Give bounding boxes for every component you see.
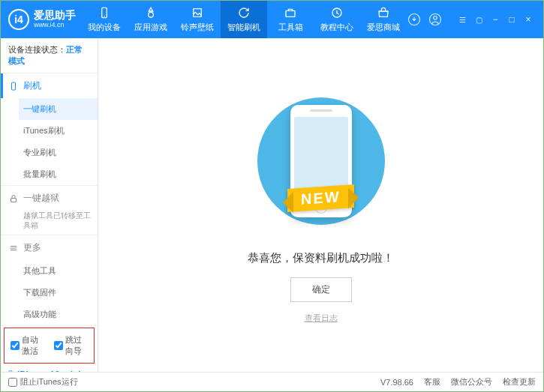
minimize-icon[interactable]: − bbox=[488, 12, 503, 27]
wallpaper-icon bbox=[191, 6, 204, 19]
sidebar-item-itunes[interactable]: iTunes刷机 bbox=[19, 120, 98, 142]
sidebar: 设备连接状态：正常模式 刷机 一键刷机 iTunes刷机 专业刷机 批量刷机 一… bbox=[1, 38, 98, 372]
jailbreak-note: 越狱工具已转移至工具箱 bbox=[1, 211, 98, 235]
nav-my-device[interactable]: 我的设备 bbox=[81, 1, 128, 38]
checkbox-block-itunes[interactable]: 阻止iTunes运行 bbox=[8, 376, 78, 388]
service-link[interactable]: 客服 bbox=[424, 376, 440, 388]
sidebar-item-pro[interactable]: 专业刷机 bbox=[19, 142, 98, 163]
sidebar-item-advanced[interactable]: 高级功能 bbox=[19, 304, 98, 325]
section-more[interactable]: 更多 bbox=[1, 235, 98, 260]
logo-area: i4 爱思助手 www.i4.cn bbox=[8, 9, 81, 30]
section-jailbreak[interactable]: 一键越狱 bbox=[1, 186, 98, 211]
checkbox-auto-activate[interactable]: 自动激活 bbox=[11, 334, 45, 357]
sidebar-item-firmware[interactable]: 下载固件 bbox=[19, 282, 98, 304]
book-icon bbox=[330, 6, 344, 19]
svg-rect-9 bbox=[12, 82, 16, 90]
svg-point-8 bbox=[434, 16, 437, 20]
nav-apps[interactable]: 应用游戏 bbox=[128, 1, 174, 38]
download-icon[interactable] bbox=[407, 12, 422, 27]
nav-store[interactable]: 爱思商城 bbox=[360, 1, 407, 38]
titlebar: i4 爱思助手 www.i4.cn 我的设备 应用游戏 铃声壁纸 智能刷机 工具… bbox=[1, 1, 543, 38]
main-nav: 我的设备 应用游戏 铃声壁纸 智能刷机 工具箱 教程中心 爱思商城 bbox=[81, 1, 407, 38]
sidebar-item-batch[interactable]: 批量刷机 bbox=[19, 163, 98, 185]
apps-icon bbox=[144, 6, 158, 19]
section-flash[interactable]: 刷机 bbox=[1, 73, 98, 98]
close-icon[interactable]: × bbox=[521, 12, 536, 27]
menu-icon[interactable]: ☰ bbox=[455, 12, 470, 27]
phone-small-icon bbox=[8, 81, 19, 91]
window-controls: ☰ ▢ − □ × bbox=[407, 12, 536, 27]
nav-toolbox[interactable]: 工具箱 bbox=[267, 1, 314, 38]
new-ribbon: NEW bbox=[287, 184, 354, 212]
sidebar-item-oneclick[interactable]: 一键刷机 bbox=[19, 98, 98, 120]
maximize-icon[interactable]: □ bbox=[504, 12, 519, 27]
svg-rect-4 bbox=[286, 10, 295, 16]
wechat-link[interactable]: 微信公众号 bbox=[451, 376, 492, 388]
skin-icon[interactable]: ▢ bbox=[471, 12, 486, 27]
ok-button[interactable]: 确定 bbox=[290, 277, 352, 302]
device-info[interactable]: iPhone 12 mini 64GB Down-12mini-13,1 bbox=[1, 365, 98, 372]
options-highlighted: 自动激活 跳过向导 bbox=[4, 328, 95, 364]
svg-point-2 bbox=[149, 12, 154, 17]
refresh-icon bbox=[237, 6, 251, 19]
app-window: i4 爱思助手 www.i4.cn 我的设备 应用游戏 铃声壁纸 智能刷机 工具… bbox=[0, 0, 544, 392]
success-message: 恭喜您，保资料刷机成功啦！ bbox=[248, 251, 394, 265]
view-log-link[interactable]: 查看日志 bbox=[305, 313, 338, 324]
main-content: NEW 恭喜您，保资料刷机成功啦！ 确定 查看日志 bbox=[98, 38, 543, 372]
nav-ringtones[interactable]: 铃声壁纸 bbox=[174, 1, 221, 38]
footer: 阻止iTunes运行 V7.98.66 客服 微信公众号 检查更新 bbox=[1, 372, 543, 391]
svg-rect-10 bbox=[11, 198, 17, 202]
phone-icon bbox=[98, 6, 111, 19]
nav-tutorials[interactable]: 教程中心 bbox=[314, 1, 360, 38]
connection-status: 设备连接状态：正常模式 bbox=[1, 38, 98, 73]
user-icon[interactable] bbox=[428, 12, 443, 27]
update-link[interactable]: 检查更新 bbox=[503, 376, 536, 388]
lock-icon bbox=[8, 193, 19, 204]
list-icon bbox=[8, 243, 19, 253]
store-icon bbox=[377, 6, 390, 19]
app-name: 爱思助手 bbox=[34, 10, 76, 21]
app-url: www.i4.cn bbox=[34, 22, 76, 29]
logo-icon: i4 bbox=[8, 9, 29, 30]
nav-flash[interactable]: 智能刷机 bbox=[221, 1, 267, 38]
sidebar-item-other[interactable]: 其他工具 bbox=[19, 260, 98, 282]
version-label: V7.98.66 bbox=[380, 378, 413, 387]
toolbox-icon bbox=[284, 6, 297, 19]
checkbox-skip-guide[interactable]: 跳过向导 bbox=[54, 334, 89, 357]
success-illustration: NEW bbox=[254, 86, 389, 236]
